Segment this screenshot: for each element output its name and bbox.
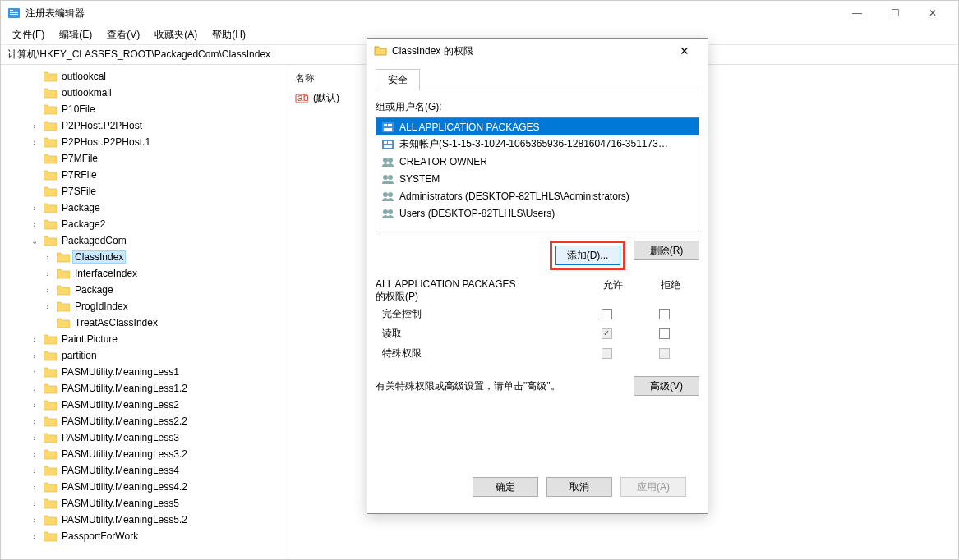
tree-item[interactable]: ›InterfaceIndex <box>2 265 288 282</box>
tree-item[interactable]: ›ProgIdIndex <box>2 298 288 314</box>
tree-item[interactable]: ›PASMUtility.MeaningLess2 <box>2 397 288 413</box>
tree-item[interactable]: ›PASMUtility.MeaningLess5.2 <box>2 512 288 528</box>
expand-chevron[interactable]: › <box>29 466 40 475</box>
tree-item-label: PASMUtility.MeaningLess2 <box>60 399 181 411</box>
apply-button[interactable]: 应用(A) <box>620 477 686 497</box>
tree-panel[interactable]: ·outlookcal·outlookmail·P10File›P2PHost.… <box>1 65 288 559</box>
tree-item[interactable]: ›Paint.Picture <box>2 331 288 347</box>
tree-item[interactable]: ›PASMUtility.MeaningLess1 <box>2 364 288 380</box>
expand-chevron[interactable]: › <box>29 138 40 147</box>
expand-chevron[interactable]: › <box>29 122 40 131</box>
tree-item[interactable]: ›Package <box>2 200 288 216</box>
add-button[interactable]: 添加(D)... <box>555 246 620 265</box>
expand-chevron[interactable]: · <box>42 319 53 328</box>
tree-item[interactable]: ·outlookmail <box>2 85 288 101</box>
expand-chevron[interactable]: · <box>29 105 40 114</box>
tree-item-label: P10File <box>60 103 97 115</box>
tree-item[interactable]: ›ClassIndex <box>2 249 288 265</box>
close-button[interactable]: ✕ <box>914 1 952 25</box>
expand-chevron[interactable]: › <box>42 286 53 295</box>
group-item[interactable]: CREATOR OWNER <box>376 153 699 170</box>
expand-chevron[interactable]: › <box>29 499 40 508</box>
tree-item[interactable]: ›P2PHost.P2PHost.1 <box>2 134 288 150</box>
expand-chevron[interactable]: › <box>29 532 40 541</box>
tree-item[interactable]: ·P7RFile <box>2 167 288 183</box>
svg-rect-9 <box>388 124 392 126</box>
expand-chevron[interactable]: · <box>29 89 40 98</box>
groups-listbox[interactable]: ALL APPLICATION PACKAGES未知帐户(S-1-15-3-10… <box>376 117 699 232</box>
tree-item[interactable]: ·outlookcal <box>2 68 288 85</box>
tab-security[interactable]: 安全 <box>376 69 420 90</box>
permission-checkbox[interactable] <box>659 328 670 339</box>
advanced-button[interactable]: 高级(V) <box>634 376 699 396</box>
group-item[interactable]: 未知帐户(S-1-15-3-1024-1065365936-1281604716… <box>376 135 699 153</box>
expand-chevron[interactable]: › <box>42 302 53 311</box>
tree-item[interactable]: ·P7SFile <box>2 183 288 200</box>
tree-item[interactable]: ›PASMUtility.MeaningLess5 <box>2 495 288 512</box>
expand-chevron[interactable]: › <box>29 368 40 377</box>
tree-item[interactable]: ›PASMUtility.MeaningLess4.2 <box>2 479 288 495</box>
expand-chevron[interactable]: › <box>29 335 40 344</box>
regedit-icon <box>7 7 21 20</box>
permission-row: 特殊权限 <box>376 343 699 363</box>
tree-item[interactable]: ›PASMUtility.MeaningLess4 <box>2 462 288 479</box>
tree-item[interactable]: ·TreatAsClassIndex <box>2 314 288 331</box>
tree-item[interactable]: ›Package2 <box>2 216 288 232</box>
expand-chevron[interactable]: › <box>42 269 53 278</box>
group-item[interactable]: Administrators (DESKTOP-82TLHLS\Administ… <box>376 187 699 204</box>
expand-chevron[interactable]: › <box>29 204 40 213</box>
tree-item[interactable]: ›PassportForWork <box>2 528 288 544</box>
svg-point-18 <box>388 175 393 180</box>
tree-item-label: PASMUtility.MeaningLess5 <box>60 498 181 509</box>
tree-item-label: ProgIdIndex <box>73 301 130 312</box>
dialog-close-button[interactable]: ✕ <box>668 39 701 62</box>
tree-item[interactable]: ›partition <box>2 347 288 364</box>
expand-chevron[interactable]: › <box>29 516 40 525</box>
menu-favorites[interactable]: 收藏夹(A) <box>148 26 204 44</box>
add-button-highlight: 添加(D)... <box>550 241 625 270</box>
expand-chevron[interactable]: ⌄ <box>29 236 40 246</box>
expand-chevron[interactable]: › <box>29 434 40 443</box>
ok-button[interactable]: 确定 <box>473 477 538 497</box>
cancel-button[interactable]: 取消 <box>546 477 612 497</box>
tree-item[interactable]: ›P2PHost.P2PHost <box>2 117 288 134</box>
remove-button[interactable]: 删除(R) <box>634 241 699 260</box>
tree-item[interactable]: ›PASMUtility.MeaningLess2.2 <box>2 413 288 429</box>
menu-view[interactable]: 查看(V) <box>100 26 146 44</box>
expand-chevron[interactable]: · <box>29 72 40 81</box>
tree-item[interactable]: ›Package <box>2 282 288 298</box>
expand-chevron[interactable]: · <box>29 171 40 180</box>
svg-text:ab: ab <box>297 92 308 103</box>
group-item[interactable]: ALL APPLICATION PACKAGES <box>376 118 699 135</box>
tree-item-label: Package2 <box>60 218 107 230</box>
group-item[interactable]: Users (DESKTOP-82TLHLS\Users) <box>376 204 699 222</box>
expand-chevron[interactable]: · <box>29 154 40 163</box>
tree-item[interactable]: ›PASMUtility.MeaningLess3 <box>2 429 288 446</box>
permission-checkbox[interactable] <box>602 309 612 319</box>
tree-item[interactable]: ›PASMUtility.MeaningLess1.2 <box>2 380 288 397</box>
minimize-button[interactable]: — <box>838 1 876 25</box>
tree-item-label: PASMUtility.MeaningLess3.2 <box>60 448 189 460</box>
menu-file[interactable]: 文件(F) <box>6 26 51 44</box>
menu-edit[interactable]: 编辑(E) <box>53 26 99 44</box>
menu-help[interactable]: 帮助(H) <box>205 26 252 44</box>
tree-item[interactable]: ›PASMUtility.MeaningLess3.2 <box>2 446 288 462</box>
tree-item[interactable]: ·P7MFile <box>2 150 288 167</box>
expand-chevron[interactable]: › <box>29 351 40 360</box>
dialog-title: ClassIndex 的权限 <box>392 44 668 58</box>
group-item[interactable]: SYSTEM <box>376 170 699 187</box>
expand-chevron[interactable]: › <box>29 384 40 393</box>
expand-chevron[interactable]: › <box>29 220 40 229</box>
maximize-button[interactable]: ☐ <box>876 1 914 25</box>
expand-chevron[interactable]: › <box>42 253 53 262</box>
expand-chevron[interactable]: › <box>29 450 40 459</box>
expand-chevron[interactable]: › <box>29 483 40 492</box>
tree-item[interactable]: ·P10File <box>2 101 288 117</box>
svg-point-15 <box>383 158 388 163</box>
expand-chevron[interactable]: › <box>29 417 40 426</box>
expand-chevron[interactable]: › <box>29 401 40 410</box>
expand-chevron[interactable]: · <box>29 187 40 196</box>
advanced-hint: 有关特殊权限或高级设置，请单击"高级"。 <box>376 379 625 393</box>
permission-checkbox[interactable] <box>659 309 670 319</box>
tree-item[interactable]: ⌄PackagedCom <box>2 232 288 249</box>
